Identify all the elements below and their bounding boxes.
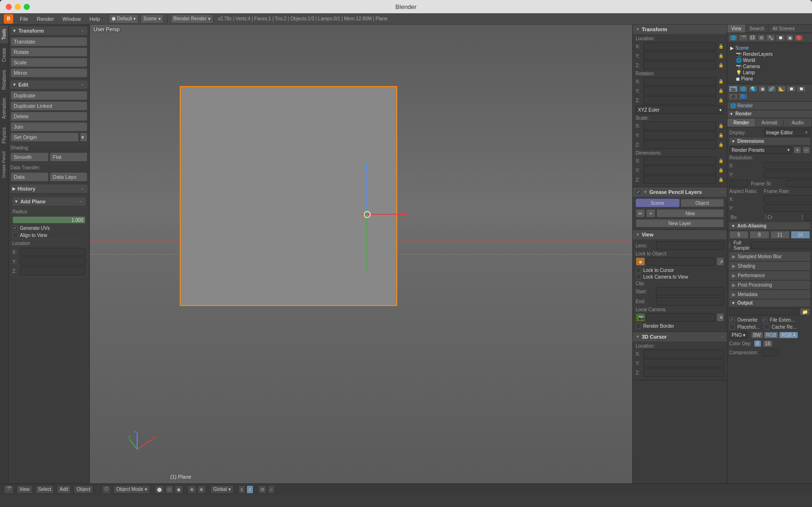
aspect-y-field[interactable]: 1.000 bbox=[764, 204, 812, 212]
generate-uvs-checkbox[interactable] bbox=[12, 225, 18, 231]
translate-button[interactable]: Translate bbox=[10, 37, 87, 46]
tree-lamp[interactable]: 💡 Lamp bbox=[735, 70, 810, 76]
loc-y-input[interactable]: 0.327 bbox=[20, 257, 86, 266]
scene-selector[interactable]: Scene ▾ bbox=[140, 14, 163, 24]
snap-btn[interactable]: ⊡ bbox=[258, 485, 267, 494]
tab-relations[interactable]: Relations bbox=[0, 66, 8, 94]
clip-start-field[interactable]: 0.100 bbox=[656, 287, 724, 296]
display-dropdown[interactable]: Image Editor ▾ bbox=[764, 129, 810, 136]
radius-slider[interactable]: 1.000 bbox=[12, 216, 86, 224]
file-ext-cb[interactable] bbox=[762, 317, 768, 323]
rgb-btn[interactable]: RGB bbox=[764, 332, 779, 339]
layer-1[interactable]: 1 bbox=[238, 485, 245, 494]
frame-step-field[interactable]: 1 bbox=[786, 180, 812, 187]
camera-icon-btn[interactable]: 📷 bbox=[636, 313, 645, 322]
global-dropdown[interactable]: Global ▾ bbox=[210, 485, 234, 494]
frp-icon-3[interactable]: 🎞 bbox=[749, 35, 757, 41]
camera-color-btn[interactable]: ■ bbox=[636, 257, 645, 266]
dim-x-lock[interactable]: 🔒 bbox=[717, 158, 724, 163]
aa-5[interactable]: 5 bbox=[729, 231, 749, 239]
loc-y-field[interactable]: 0.00000 bbox=[643, 52, 716, 60]
render-menu[interactable]: Render bbox=[33, 15, 58, 23]
view-dropdown[interactable]: View bbox=[17, 485, 33, 494]
align-to-view-checkbox[interactable] bbox=[12, 232, 18, 238]
window-menu[interactable]: Window bbox=[59, 15, 85, 23]
engine-selector[interactable]: ⬢ Default ▾ bbox=[109, 14, 139, 24]
aspect-x-field[interactable]: 1.000 bbox=[764, 195, 812, 203]
set-origin-button[interactable]: Set Origin bbox=[10, 132, 79, 142]
frp-icon-4[interactable]: ⚙ bbox=[758, 35, 765, 41]
solid-shading-btn[interactable]: ⬤ bbox=[155, 485, 164, 494]
gp-select-btn[interactable]: + bbox=[646, 209, 655, 218]
rotate-button[interactable]: Rotate bbox=[10, 47, 87, 57]
rot-y-lock[interactable]: 🔒 bbox=[717, 88, 724, 93]
tree-camera[interactable]: 📷 Camera bbox=[735, 63, 810, 70]
obj-props-btn[interactable]: ◼ bbox=[759, 86, 766, 92]
maximize-button[interactable] bbox=[24, 4, 30, 10]
minimize-button[interactable] bbox=[15, 4, 21, 10]
loc-x-lock[interactable]: 🔒 bbox=[717, 44, 724, 49]
delete-button[interactable]: Delete bbox=[10, 112, 87, 121]
layer-2[interactable]: 2 bbox=[246, 485, 253, 494]
cursor-x-field[interactable]: 1.53090 bbox=[643, 350, 724, 358]
transform-orient-btn[interactable]: ⊕ bbox=[188, 485, 196, 494]
aa-8[interactable]: 8 bbox=[750, 231, 769, 239]
dim-x-field[interactable]: 2.000 bbox=[643, 157, 716, 165]
smb-hdr[interactable]: ▶ Sampled Motion Blur bbox=[729, 252, 810, 261]
render-presets-dropdown[interactable]: Render Presets ▾ bbox=[729, 146, 792, 154]
tab-animation[interactable]: Animation bbox=[0, 94, 8, 122]
loc-x-field[interactable]: 0.00000 bbox=[643, 42, 716, 51]
gp-checkbox[interactable] bbox=[636, 189, 641, 195]
render-subtab-audio[interactable]: Audio bbox=[784, 119, 812, 127]
plane-mesh[interactable] bbox=[180, 86, 397, 306]
viewport[interactable]: User Persp bbox=[90, 25, 632, 483]
loc-z-field[interactable]: 0.00000 bbox=[643, 61, 716, 70]
data-props-btn[interactable]: 📐 bbox=[777, 86, 786, 92]
color-16-btn[interactable]: 16 bbox=[763, 340, 773, 347]
loc-x-input[interactable]: -1.117 bbox=[20, 248, 86, 256]
dim-z-field[interactable]: 0.000 bbox=[643, 175, 716, 184]
dim-y-field[interactable]: 2.000 bbox=[643, 166, 716, 175]
output-browse-btn[interactable]: 📁 bbox=[800, 308, 810, 315]
transform-section-header[interactable]: ▼ Transform – bbox=[10, 26, 87, 35]
lens-field[interactable]: 35.000 bbox=[656, 241, 724, 250]
time-old-field[interactable]: 10 bbox=[804, 213, 812, 221]
gp-scene-tab[interactable]: Scene bbox=[636, 199, 680, 207]
time-cr-cb[interactable] bbox=[802, 214, 803, 220]
scene-props-btn[interactable]: 🌐 bbox=[739, 86, 748, 92]
frp-icon-6[interactable]: 🔲 bbox=[776, 35, 785, 41]
frp-icon-8[interactable]: 🔴 bbox=[795, 35, 803, 41]
material-btn[interactable]: 🔲 bbox=[787, 86, 796, 92]
dim-y-lock[interactable]: 🔒 bbox=[717, 168, 724, 173]
constraint-btn[interactable]: 🔗 bbox=[767, 86, 776, 92]
placeholder-cb[interactable] bbox=[729, 324, 735, 330]
dimensions-hdr[interactable]: ▼ Dimensions bbox=[729, 138, 810, 145]
scale-y-field[interactable]: 1.000 bbox=[643, 131, 716, 140]
cache-cb[interactable] bbox=[764, 324, 769, 330]
camera-close-btn[interactable]: ✕ bbox=[716, 313, 724, 322]
transform-panel-header[interactable]: ▼ Transform – bbox=[633, 25, 727, 34]
cursor-z-field[interactable]: -2.45984 bbox=[643, 368, 724, 377]
mirror-button[interactable]: Mirror bbox=[10, 68, 87, 78]
tab-tools[interactable]: Tools bbox=[0, 25, 8, 44]
dim-z-lock[interactable]: 🔒 bbox=[717, 177, 724, 182]
mode-dropdown[interactable]: Object Mode ▾ bbox=[114, 485, 150, 494]
close-button[interactable] bbox=[6, 4, 12, 10]
frp-tab-view[interactable]: View bbox=[727, 25, 746, 33]
duplicate-button[interactable]: Duplicate bbox=[10, 91, 87, 100]
frp-icon-2[interactable]: 🎬 bbox=[739, 35, 748, 41]
bw-btn[interactable]: BW bbox=[751, 332, 763, 339]
scale-y-lock[interactable]: 🔒 bbox=[717, 133, 724, 138]
particle-btn[interactable]: ⚫ bbox=[729, 93, 738, 100]
add-preset-btn[interactable]: + bbox=[794, 147, 801, 154]
duplicate-linked-button[interactable]: Duplicate Linked bbox=[10, 101, 87, 111]
lock-to-cursor-cb[interactable] bbox=[636, 267, 641, 273]
select-dropdown[interactable]: Select bbox=[35, 485, 54, 494]
remove-preset-btn[interactable]: − bbox=[803, 147, 810, 154]
renderer-selector[interactable]: Blender Render ▾ bbox=[171, 14, 213, 24]
shading-hdr[interactable]: ▶ Shading bbox=[729, 262, 810, 271]
gp-new-btn[interactable]: New bbox=[656, 209, 724, 218]
full-sample-cb[interactable] bbox=[729, 243, 730, 248]
metadata-hdr[interactable]: ▶ Metadata bbox=[729, 290, 810, 299]
rgba-btn[interactable]: RGB A bbox=[779, 332, 798, 339]
